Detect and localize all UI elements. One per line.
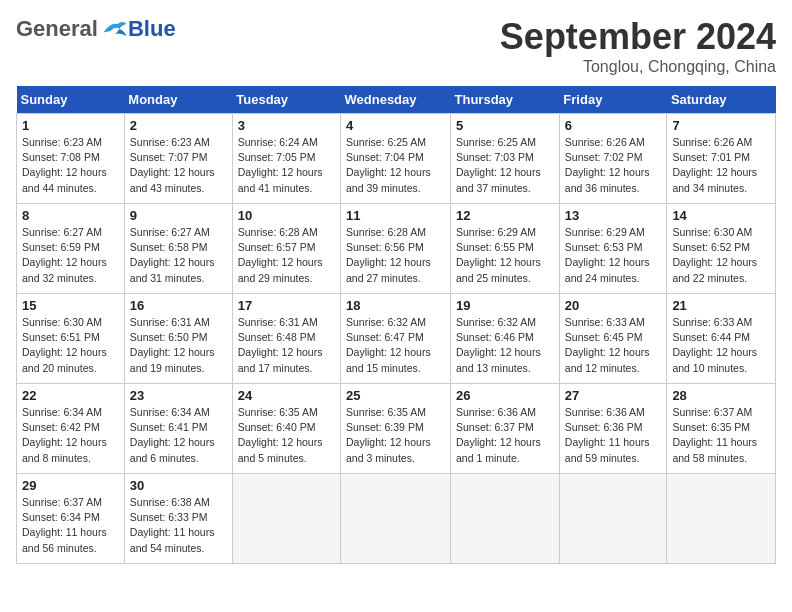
table-row: 8 Sunrise: 6:27 AM Sunset: 6:59 PM Dayli…: [17, 204, 125, 294]
day-info: Sunrise: 6:31 AM Sunset: 6:50 PM Dayligh…: [130, 315, 227, 376]
calendar-week-row: 22 Sunrise: 6:34 AM Sunset: 6:42 PM Dayl…: [17, 384, 776, 474]
day-info: Sunrise: 6:38 AM Sunset: 6:33 PM Dayligh…: [130, 495, 227, 556]
table-row: 20 Sunrise: 6:33 AM Sunset: 6:45 PM Dayl…: [559, 294, 667, 384]
day-info: Sunrise: 6:26 AM Sunset: 7:01 PM Dayligh…: [672, 135, 770, 196]
day-number: 1: [22, 118, 119, 133]
day-number: 29: [22, 478, 119, 493]
table-row: [667, 474, 776, 564]
col-thursday: Thursday: [451, 86, 560, 114]
day-info: Sunrise: 6:37 AM Sunset: 6:34 PM Dayligh…: [22, 495, 119, 556]
calendar-week-row: 29 Sunrise: 6:37 AM Sunset: 6:34 PM Dayl…: [17, 474, 776, 564]
day-info: Sunrise: 6:26 AM Sunset: 7:02 PM Dayligh…: [565, 135, 662, 196]
day-number: 4: [346, 118, 445, 133]
table-row: 22 Sunrise: 6:34 AM Sunset: 6:42 PM Dayl…: [17, 384, 125, 474]
day-number: 13: [565, 208, 662, 223]
day-number: 20: [565, 298, 662, 313]
day-number: 26: [456, 388, 554, 403]
day-number: 5: [456, 118, 554, 133]
calendar-week-row: 1 Sunrise: 6:23 AM Sunset: 7:08 PM Dayli…: [17, 114, 776, 204]
day-number: 6: [565, 118, 662, 133]
col-monday: Monday: [124, 86, 232, 114]
day-info: Sunrise: 6:35 AM Sunset: 6:39 PM Dayligh…: [346, 405, 445, 466]
calendar-week-row: 15 Sunrise: 6:30 AM Sunset: 6:51 PM Dayl…: [17, 294, 776, 384]
table-row: 30 Sunrise: 6:38 AM Sunset: 6:33 PM Dayl…: [124, 474, 232, 564]
table-row: 5 Sunrise: 6:25 AM Sunset: 7:03 PM Dayli…: [451, 114, 560, 204]
table-row: 14 Sunrise: 6:30 AM Sunset: 6:52 PM Dayl…: [667, 204, 776, 294]
day-info: Sunrise: 6:33 AM Sunset: 6:45 PM Dayligh…: [565, 315, 662, 376]
day-info: Sunrise: 6:29 AM Sunset: 6:53 PM Dayligh…: [565, 225, 662, 286]
table-row: 2 Sunrise: 6:23 AM Sunset: 7:07 PM Dayli…: [124, 114, 232, 204]
table-row: 19 Sunrise: 6:32 AM Sunset: 6:46 PM Dayl…: [451, 294, 560, 384]
day-info: Sunrise: 6:34 AM Sunset: 6:41 PM Dayligh…: [130, 405, 227, 466]
col-saturday: Saturday: [667, 86, 776, 114]
location: Tonglou, Chongqing, China: [500, 58, 776, 76]
day-number: 18: [346, 298, 445, 313]
day-number: 22: [22, 388, 119, 403]
day-number: 19: [456, 298, 554, 313]
table-row: 6 Sunrise: 6:26 AM Sunset: 7:02 PM Dayli…: [559, 114, 667, 204]
table-row: [232, 474, 340, 564]
table-row: 11 Sunrise: 6:28 AM Sunset: 6:56 PM Dayl…: [341, 204, 451, 294]
table-row: 9 Sunrise: 6:27 AM Sunset: 6:58 PM Dayli…: [124, 204, 232, 294]
day-info: Sunrise: 6:36 AM Sunset: 6:36 PM Dayligh…: [565, 405, 662, 466]
day-number: 2: [130, 118, 227, 133]
day-number: 10: [238, 208, 335, 223]
day-info: Sunrise: 6:31 AM Sunset: 6:48 PM Dayligh…: [238, 315, 335, 376]
table-row: 24 Sunrise: 6:35 AM Sunset: 6:40 PM Dayl…: [232, 384, 340, 474]
day-number: 28: [672, 388, 770, 403]
table-row: 1 Sunrise: 6:23 AM Sunset: 7:08 PM Dayli…: [17, 114, 125, 204]
calendar-header-row: Sunday Monday Tuesday Wednesday Thursday…: [17, 86, 776, 114]
day-number: 25: [346, 388, 445, 403]
logo-bird-icon: [100, 18, 128, 40]
table-row: 16 Sunrise: 6:31 AM Sunset: 6:50 PM Dayl…: [124, 294, 232, 384]
day-info: Sunrise: 6:30 AM Sunset: 6:52 PM Dayligh…: [672, 225, 770, 286]
day-info: Sunrise: 6:23 AM Sunset: 7:07 PM Dayligh…: [130, 135, 227, 196]
day-number: 17: [238, 298, 335, 313]
day-number: 8: [22, 208, 119, 223]
table-row: 13 Sunrise: 6:29 AM Sunset: 6:53 PM Dayl…: [559, 204, 667, 294]
day-number: 7: [672, 118, 770, 133]
day-number: 23: [130, 388, 227, 403]
day-info: Sunrise: 6:25 AM Sunset: 7:03 PM Dayligh…: [456, 135, 554, 196]
col-wednesday: Wednesday: [341, 86, 451, 114]
col-tuesday: Tuesday: [232, 86, 340, 114]
day-info: Sunrise: 6:35 AM Sunset: 6:40 PM Dayligh…: [238, 405, 335, 466]
table-row: [341, 474, 451, 564]
day-info: Sunrise: 6:25 AM Sunset: 7:04 PM Dayligh…: [346, 135, 445, 196]
day-number: 24: [238, 388, 335, 403]
table-row: 23 Sunrise: 6:34 AM Sunset: 6:41 PM Dayl…: [124, 384, 232, 474]
table-row: 27 Sunrise: 6:36 AM Sunset: 6:36 PM Dayl…: [559, 384, 667, 474]
table-row: 10 Sunrise: 6:28 AM Sunset: 6:57 PM Dayl…: [232, 204, 340, 294]
day-info: Sunrise: 6:32 AM Sunset: 6:46 PM Dayligh…: [456, 315, 554, 376]
day-info: Sunrise: 6:36 AM Sunset: 6:37 PM Dayligh…: [456, 405, 554, 466]
calendar-week-row: 8 Sunrise: 6:27 AM Sunset: 6:59 PM Dayli…: [17, 204, 776, 294]
table-row: 28 Sunrise: 6:37 AM Sunset: 6:35 PM Dayl…: [667, 384, 776, 474]
day-number: 11: [346, 208, 445, 223]
col-friday: Friday: [559, 86, 667, 114]
col-sunday: Sunday: [17, 86, 125, 114]
calendar-table: Sunday Monday Tuesday Wednesday Thursday…: [16, 86, 776, 564]
day-info: Sunrise: 6:37 AM Sunset: 6:35 PM Dayligh…: [672, 405, 770, 466]
table-row: 21 Sunrise: 6:33 AM Sunset: 6:44 PM Dayl…: [667, 294, 776, 384]
table-row: 3 Sunrise: 6:24 AM Sunset: 7:05 PM Dayli…: [232, 114, 340, 204]
table-row: 12 Sunrise: 6:29 AM Sunset: 6:55 PM Dayl…: [451, 204, 560, 294]
day-info: Sunrise: 6:28 AM Sunset: 6:56 PM Dayligh…: [346, 225, 445, 286]
table-row: 25 Sunrise: 6:35 AM Sunset: 6:39 PM Dayl…: [341, 384, 451, 474]
title-section: September 2024 Tonglou, Chongqing, China: [500, 16, 776, 76]
day-info: Sunrise: 6:24 AM Sunset: 7:05 PM Dayligh…: [238, 135, 335, 196]
day-number: 12: [456, 208, 554, 223]
table-row: [559, 474, 667, 564]
day-info: Sunrise: 6:33 AM Sunset: 6:44 PM Dayligh…: [672, 315, 770, 376]
table-row: 26 Sunrise: 6:36 AM Sunset: 6:37 PM Dayl…: [451, 384, 560, 474]
table-row: 17 Sunrise: 6:31 AM Sunset: 6:48 PM Dayl…: [232, 294, 340, 384]
logo-blue-text: Blue: [128, 16, 176, 42]
table-row: 15 Sunrise: 6:30 AM Sunset: 6:51 PM Dayl…: [17, 294, 125, 384]
day-number: 15: [22, 298, 119, 313]
day-number: 30: [130, 478, 227, 493]
day-info: Sunrise: 6:30 AM Sunset: 6:51 PM Dayligh…: [22, 315, 119, 376]
table-row: 7 Sunrise: 6:26 AM Sunset: 7:01 PM Dayli…: [667, 114, 776, 204]
table-row: [451, 474, 560, 564]
day-info: Sunrise: 6:27 AM Sunset: 6:59 PM Dayligh…: [22, 225, 119, 286]
table-row: 4 Sunrise: 6:25 AM Sunset: 7:04 PM Dayli…: [341, 114, 451, 204]
day-number: 14: [672, 208, 770, 223]
